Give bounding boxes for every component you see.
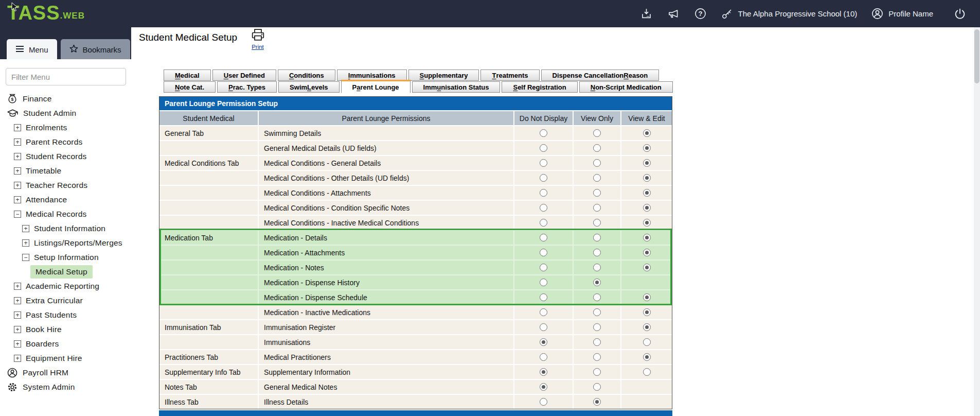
radio-view-only[interactable] [593, 353, 601, 361]
sidebar-item-teacher-records[interactable]: +Teacher Records [0, 178, 131, 193]
radio-do-not-display[interactable] [540, 234, 547, 241]
plus-box-icon[interactable]: + [14, 326, 21, 333]
radio-do-not-display[interactable] [540, 323, 547, 331]
radio-view-edit[interactable] [643, 338, 651, 346]
radio-view-edit[interactable] [643, 368, 651, 376]
plus-box-icon[interactable]: + [14, 153, 21, 160]
radio-view-only[interactable] [593, 293, 601, 301]
logout-button[interactable] [953, 7, 967, 21]
sidebar-item-book-hire[interactable]: +Book Hire [0, 322, 131, 337]
sidebar-item-medical-setup[interactable]: Medical Setup [0, 265, 131, 279]
radio-view-only[interactable] [593, 174, 601, 182]
radio-view-only[interactable] [593, 323, 601, 331]
tab-prac-types[interactable]: Prac. Types [217, 81, 277, 93]
radio-view-only[interactable] [593, 264, 601, 271]
radio-do-not-display[interactable] [540, 159, 547, 167]
tab-non-script-medication[interactable]: Non-Script Medication [579, 81, 673, 93]
sidebar-item-finance[interactable]: $Finance [0, 92, 131, 106]
sidebar-item-listings-reports-merges[interactable]: +Listings/Reports/Merges [0, 236, 131, 250]
radio-view-edit-selected[interactable] [643, 234, 651, 241]
plus-box-icon[interactable]: + [14, 340, 21, 348]
radio-do-not-display[interactable] [540, 189, 547, 197]
plus-box-icon[interactable]: + [14, 311, 21, 319]
plus-box-icon[interactable]: + [14, 124, 21, 131]
radio-view-edit-selected[interactable] [643, 189, 651, 197]
radio-do-not-display[interactable] [540, 293, 547, 301]
radio-view-only[interactable] [593, 204, 601, 212]
radio-do-not-display-selected[interactable] [540, 338, 547, 346]
radio-view-edit-selected[interactable] [643, 293, 651, 301]
tab-bookmarks[interactable]: Bookmarks [61, 39, 130, 59]
radio-view-edit-selected[interactable] [643, 264, 651, 271]
radio-view-only[interactable] [593, 383, 601, 391]
plus-box-icon[interactable]: + [14, 167, 21, 175]
sidebar-item-attendance[interactable]: +Attendance [0, 193, 131, 207]
radio-view-only[interactable] [593, 368, 601, 376]
radio-view-only[interactable] [593, 129, 601, 137]
radio-do-not-display[interactable] [540, 144, 547, 152]
radio-view-edit-selected[interactable] [643, 204, 651, 212]
sidebar-item-extra-curricular[interactable]: +Extra Curricular [0, 293, 131, 308]
radio-view-edit-selected[interactable] [643, 353, 651, 361]
sidebar-item-equipment-hire[interactable]: +Equipment Hire [0, 351, 131, 366]
tab-self-registration[interactable]: Self Registration [502, 81, 577, 93]
sidebar-item-system-admin[interactable]: System Admin [0, 380, 131, 394]
sidebar-item-timetable[interactable]: +Timetable [0, 164, 131, 178]
radio-view-only[interactable] [593, 308, 601, 316]
print-button[interactable]: Print [246, 28, 270, 50]
tab-supplementary[interactable]: Supplementary [408, 70, 479, 81]
radio-view-edit-selected[interactable] [643, 308, 651, 316]
radio-view-only-selected[interactable] [593, 279, 601, 286]
radio-do-not-display-selected[interactable] [540, 383, 547, 391]
sidebar-item-setup-information[interactable]: −Setup Information [0, 250, 131, 265]
radio-do-not-display[interactable] [540, 174, 547, 182]
plus-box-icon[interactable]: + [14, 182, 21, 189]
radio-do-not-display-selected[interactable] [540, 368, 547, 376]
plus-box-icon[interactable]: + [14, 297, 21, 304]
plus-box-icon[interactable]: + [14, 283, 21, 290]
tass-web-logo[interactable]: TASS .WEB [7, 3, 85, 23]
plus-box-icon[interactable]: + [14, 138, 21, 146]
tab-dispense-cancellation-reason[interactable]: Dispense Cancellation Reason [541, 70, 660, 81]
radio-view-only-selected[interactable] [593, 398, 601, 406]
filter-menu-input[interactable] [6, 68, 126, 85]
plus-box-icon[interactable]: + [14, 355, 21, 362]
school-selector[interactable]: The Alpha Progressive School (10) [721, 7, 858, 20]
radio-view-only[interactable] [593, 234, 601, 241]
tab-parent-lounge[interactable]: Parent Lounge [341, 80, 411, 93]
radio-view-only[interactable] [593, 144, 601, 152]
tab-immunisation-status[interactable]: Immunisation Status [412, 81, 501, 93]
tab-immunisations[interactable]: Immunisations [337, 70, 407, 81]
announcements-button[interactable] [667, 7, 680, 20]
sidebar-item-medical-records[interactable]: −Medical Records [0, 207, 131, 221]
plus-box-icon[interactable]: + [22, 225, 29, 232]
sidebar-item-student-admin[interactable]: Student Admin [0, 106, 131, 120]
radio-view-edit-selected[interactable] [643, 144, 651, 152]
download-button[interactable] [640, 7, 653, 20]
sidebar-item-boarders[interactable]: +Boarders [0, 337, 131, 351]
minus-box-icon[interactable]: − [14, 211, 21, 218]
tab-menu[interactable]: Menu [7, 39, 57, 59]
radio-do-not-display[interactable] [540, 398, 547, 406]
radio-view-edit-selected[interactable] [643, 129, 651, 137]
plus-box-icon[interactable]: + [22, 239, 29, 247]
sidebar-item-academic-reporting[interactable]: +Academic Reporting [0, 279, 131, 293]
radio-view-only[interactable] [593, 159, 601, 167]
radio-view-edit-selected[interactable] [643, 219, 651, 227]
radio-view-edit-selected[interactable] [643, 159, 651, 167]
sidebar-item-enrolments[interactable]: +Enrolments [0, 120, 131, 135]
radio-view-edit-selected[interactable] [643, 323, 651, 331]
sidebar-item-parent-records[interactable]: +Parent Records [0, 135, 131, 149]
radio-view-only[interactable] [593, 189, 601, 197]
radio-do-not-display[interactable] [540, 129, 547, 137]
radio-view-only[interactable] [593, 249, 601, 256]
sidebar-item-payroll-hrm[interactable]: Payroll HRM [0, 366, 131, 380]
tab-medical[interactable]: Medical [164, 70, 211, 81]
radio-view-edit-selected[interactable] [643, 249, 651, 256]
sidebar-item-past-students[interactable]: +Past Students [0, 308, 131, 322]
tab-conditions[interactable]: Conditions [278, 70, 335, 81]
radio-do-not-display[interactable] [540, 204, 547, 212]
radio-view-only[interactable] [593, 219, 601, 227]
radio-do-not-display[interactable] [540, 219, 547, 227]
vertical-scrollbar-track[interactable] [974, 27, 980, 416]
